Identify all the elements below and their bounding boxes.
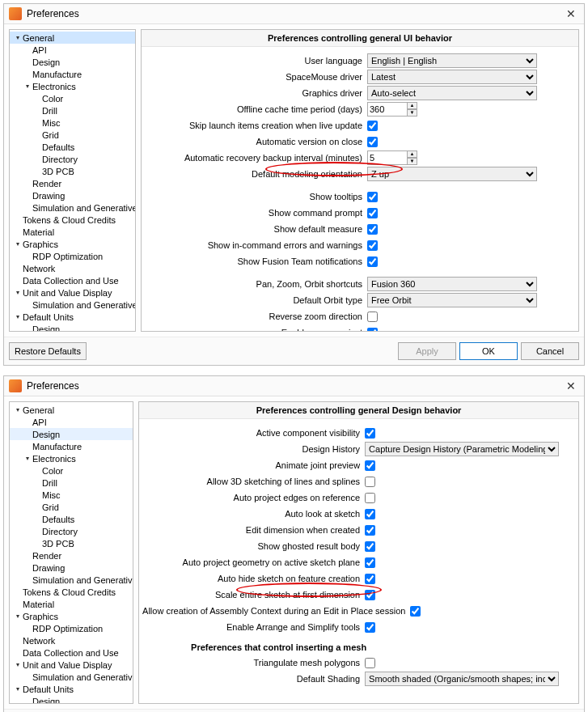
label-orbittype: Default Orbit type [145, 295, 367, 305]
select-history[interactable]: Capture Design History (Parametric Model… [365, 442, 559, 456]
tree-render[interactable]: Render [10, 549, 133, 562]
tree-electronics[interactable]: ▾Electronics [10, 452, 133, 464]
check-scalefirst[interactable] [365, 590, 375, 600]
tree-tokens[interactable]: Tokens & Cloud Credits [10, 586, 133, 598]
label-orientation: Default modeling orientation [145, 169, 367, 179]
tree-3dpcb[interactable]: 3D PCB [10, 537, 133, 549]
check-projgeom[interactable] [365, 557, 375, 568]
tree-color[interactable]: Color [10, 92, 135, 104]
check-autohide[interactable] [365, 574, 375, 584]
category-tree[interactable]: ▾General API Design Manufacture ▾Electro… [9, 401, 133, 704]
select-userlang[interactable]: English | English [367, 53, 537, 68]
select-graphics[interactable]: Auto-select [367, 86, 537, 100]
tree-grid[interactable]: Grid [10, 501, 133, 513]
pane-header: Preferences controlling general Design b… [139, 402, 578, 419]
close-icon[interactable]: ✕ [563, 7, 579, 20]
ok-button[interactable]: OK [459, 342, 518, 360]
tree-simgen2[interactable]: Simulation and Generative Design [10, 299, 135, 311]
check-ghosted[interactable] [365, 541, 375, 552]
tree-general[interactable]: ▾General [10, 404, 133, 416]
tree-misc[interactable]: Misc [10, 489, 133, 501]
tree-electronics[interactable]: ▾Electronics [10, 80, 135, 92]
apply-button[interactable]: Apply [398, 342, 456, 360]
check-camerapivot[interactable] [367, 328, 378, 333]
label-editdim: Edit dimension when created [142, 525, 365, 535]
tree-api[interactable]: API [10, 44, 135, 56]
tree-drawing[interactable]: Drawing [10, 189, 135, 201]
category-tree[interactable]: ▾General API Design Manufacture ▾Electro… [9, 29, 136, 332]
tree-material[interactable]: Material [10, 598, 133, 610]
check-animjoint[interactable] [365, 460, 375, 471]
input-cache[interactable] [367, 102, 408, 117]
check-autolook[interactable] [365, 509, 375, 519]
tree-directory[interactable]: Directory [10, 525, 133, 537]
tree-datacollection[interactable]: Data Collection and Use [10, 274, 135, 286]
tree-3dpcb[interactable]: 3D PCB [10, 165, 135, 177]
tree-manufacture[interactable]: Manufacture [10, 440, 133, 452]
tree-grid[interactable]: Grid [10, 129, 135, 141]
check-triangulate[interactable] [365, 658, 375, 668]
tree-simgen[interactable]: Simulation and Generative Design [10, 201, 135, 214]
tree-manufacture[interactable]: Manufacture [10, 68, 135, 80]
tree-tokens[interactable]: Tokens & Cloud Credits [10, 214, 135, 226]
check-arrange[interactable] [365, 622, 375, 633]
check-autover[interactable] [367, 137, 378, 147]
tree-drawing[interactable]: Drawing [10, 562, 133, 574]
select-shading[interactable]: Smooth shaded (Organic/smooth shapes; in… [365, 672, 559, 686]
tree-graphics[interactable]: ▾Graphics [10, 610, 133, 622]
tree-api[interactable]: API [10, 416, 133, 428]
tree-general[interactable]: ▾General [10, 32, 135, 44]
label-incommand: Show in-command errors and warnings [145, 240, 367, 250]
restore-defaults-button[interactable]: Restore Defaults [9, 342, 87, 360]
tree-rdp[interactable]: RDP Optimization [10, 622, 133, 634]
check-editdim[interactable] [365, 525, 375, 536]
app-icon [9, 7, 22, 20]
close-icon[interactable]: ✕ [563, 379, 579, 392]
check-incommand[interactable] [367, 240, 378, 251]
tree-defaultunits[interactable]: ▾Default Units [10, 311, 135, 323]
check-asmctx[interactable] [410, 606, 421, 617]
tree-design[interactable]: Design [10, 428, 133, 440]
select-orbittype[interactable]: Free Orbit [367, 293, 537, 307]
select-spacemouse[interactable]: Latest [367, 70, 537, 84]
tree-network[interactable]: Network [10, 262, 135, 274]
tree-defaults[interactable]: Defaults [10, 513, 133, 525]
check-skiplaunch[interactable] [367, 121, 378, 131]
tree-drill[interactable]: Drill [10, 104, 135, 117]
check-sketch3d[interactable] [365, 477, 375, 487]
tree-design[interactable]: Design [10, 56, 135, 68]
select-orientation[interactable]: Z up [367, 167, 537, 181]
check-revzoom[interactable] [367, 312, 378, 322]
tree-rdp[interactable]: RDP Optimization [10, 250, 135, 262]
tree-unitvalue[interactable]: ▾Unit and Value Display [10, 286, 135, 299]
select-shortcuts[interactable]: Fusion 360 [367, 277, 537, 291]
spin-recovery[interactable]: ▲▼ [407, 150, 417, 165]
tree-defaultunits[interactable]: ▾Default Units [10, 683, 133, 695]
tree-du-design[interactable]: Design [10, 323, 135, 332]
label-graphics: Graphics driver [145, 88, 367, 98]
tree-network[interactable]: Network [10, 634, 133, 646]
tree-directory[interactable]: Directory [10, 153, 135, 165]
check-cmdprompt[interactable] [367, 208, 378, 218]
cancel-button[interactable]: Cancel [521, 342, 579, 360]
tree-unitvalue[interactable]: ▾Unit and Value Display [10, 659, 133, 671]
check-activecomp[interactable] [365, 428, 375, 439]
tree-du-design[interactable]: Design [10, 695, 133, 704]
tree-defaults[interactable]: Defaults [10, 141, 135, 153]
tree-material[interactable]: Material [10, 226, 135, 238]
tree-datacollection[interactable]: Data Collection and Use [10, 646, 133, 659]
spin-cache[interactable]: ▲▼ [407, 102, 417, 117]
check-projedge[interactable] [365, 493, 375, 503]
check-fusionteam[interactable] [367, 256, 378, 267]
window-title: Preferences [27, 8, 563, 19]
input-recovery[interactable] [367, 150, 408, 165]
check-tooltips[interactable] [367, 192, 378, 202]
tree-render[interactable]: Render [10, 177, 135, 189]
tree-color[interactable]: Color [10, 464, 133, 477]
check-defmeasure[interactable] [367, 224, 378, 235]
tree-drill[interactable]: Drill [10, 477, 133, 489]
tree-graphics[interactable]: ▾Graphics [10, 238, 135, 250]
tree-misc[interactable]: Misc [10, 117, 135, 129]
tree-simgen[interactable]: Simulation and Generative Design [10, 574, 133, 586]
tree-simgen2[interactable]: Simulation and Generative Design [10, 671, 133, 683]
